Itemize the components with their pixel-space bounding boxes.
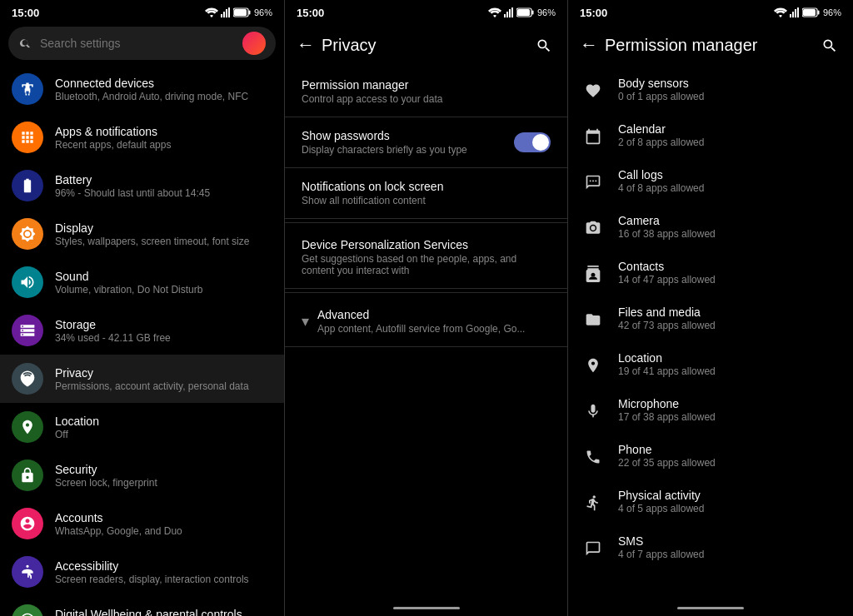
wellbeing-title: Digital Wellbeing & parental controls	[55, 608, 272, 617]
settings-item-privacy[interactable]: Privacy Permissions, account activity, p…	[0, 355, 284, 403]
perm-item-microphone[interactable]: Microphone 17 of 38 apps allowed	[568, 387, 853, 433]
calendar-subtitle: 2 of 8 apps allowed	[618, 137, 840, 148]
perm-item-physical-activity[interactable]: Physical activity 4 of 5 apps allowed	[568, 479, 853, 524]
call-logs-icon	[581, 171, 605, 191]
battery-subtitle: 96% - Should last until about 14:45	[55, 187, 272, 199]
search-button-perm[interactable]	[818, 32, 841, 58]
search-bar[interactable]	[8, 27, 276, 60]
perm-item-files[interactable]: Files and media 42 of 73 apps allowed	[568, 296, 853, 341]
back-button-privacy[interactable]: ←	[297, 34, 315, 56]
phone-title: Phone	[618, 443, 840, 456]
home-indicator-middle	[285, 599, 567, 616]
calendar-title: Calendar	[618, 122, 840, 136]
privacy-subtitle: Permissions, account activity, personal …	[55, 380, 272, 392]
display-icon	[12, 218, 43, 250]
settings-item-sound[interactable]: Sound Volume, vibration, Do Not Disturb	[0, 258, 284, 306]
personalization-subtitle: Get suggestions based on the people, app…	[302, 253, 551, 276]
svg-rect-10	[511, 7, 513, 17]
lock-screen-notifs-subtitle: Show all notification content	[302, 195, 551, 206]
settings-text-battery: Battery 96% - Should last until about 14…	[55, 173, 272, 199]
security-icon	[12, 460, 43, 491]
storage-title: Storage	[55, 318, 272, 331]
privacy-item-advanced[interactable]: ▾ Advanced App content, Autofill service…	[285, 296, 567, 347]
personalization-text: Device Personalization Services Get sugg…	[302, 238, 551, 276]
storage-icon	[12, 315, 43, 346]
privacy-title-header: Privacy	[322, 36, 532, 55]
microphone-subtitle: 17 of 38 apps allowed	[618, 411, 840, 423]
physical-activity-icon	[581, 492, 605, 511]
svg-rect-8	[506, 12, 508, 17]
privacy-panel: 15:00 96% ← Privacy Permission manager C…	[285, 0, 568, 616]
settings-text-location: Location Off	[55, 415, 272, 440]
privacy-item-lock-screen-notifs[interactable]: Notifications on lock screen Show all no…	[285, 168, 567, 219]
security-title: Security	[55, 463, 272, 476]
home-bar-middle	[393, 607, 460, 609]
svg-rect-19	[817, 11, 819, 15]
battery-percent-mid: 96%	[537, 7, 556, 17]
show-passwords-text: Show passwords Display characters briefl…	[302, 129, 506, 156]
perm-item-calendar[interactable]: Calendar 2 of 8 apps allowed	[568, 112, 853, 158]
signal-icon-right	[790, 7, 800, 17]
body-sensors-subtitle: 0 of 1 apps allowed	[618, 91, 840, 102]
search-icon	[18, 37, 32, 50]
perm-item-contacts[interactable]: Contacts 14 of 47 apps allowed	[568, 250, 853, 296]
svg-rect-6	[234, 9, 247, 16]
back-button-perm[interactable]: ←	[580, 34, 598, 56]
phone-subtitle: 22 of 35 apps allowed	[618, 457, 840, 469]
svg-rect-3	[228, 7, 230, 17]
privacy-item-permission-manager[interactable]: Permission manager Control app access to…	[285, 67, 567, 117]
settings-item-battery[interactable]: Battery 96% - Should last until about 14…	[0, 161, 284, 210]
permission-manager-panel: 15:00 96% ← Permission manager Body sens…	[568, 0, 853, 616]
settings-item-security[interactable]: Security Screen lock, fingerprint	[0, 451, 284, 499]
sms-text: SMS 4 of 7 apps allowed	[618, 534, 840, 560]
perm-item-call-logs[interactable]: Call logs 4 of 8 apps allowed	[568, 158, 853, 204]
sms-icon	[581, 538, 605, 557]
privacy-item-show-passwords[interactable]: Show passwords Display characters briefl…	[285, 117, 567, 168]
show-passwords-subtitle: Display characters briefly as you type	[302, 144, 506, 156]
phone-icon	[581, 446, 605, 465]
sms-title: SMS	[618, 534, 840, 548]
settings-item-accounts[interactable]: Accounts WhatsApp, Google, and Duo	[0, 499, 284, 548]
location-subtitle: Off	[55, 429, 272, 440]
calendar-icon	[581, 126, 605, 145]
privacy-item-personalization[interactable]: Device Personalization Services Get sugg…	[285, 226, 567, 289]
show-passwords-toggle[interactable]	[514, 132, 551, 152]
perm-item-body-sensors[interactable]: Body sensors 0 of 1 apps allowed	[568, 67, 853, 112]
settings-item-display[interactable]: Display Styles, wallpapers, screen timeo…	[0, 210, 284, 258]
avatar[interactable]	[242, 32, 266, 55]
settings-item-apps[interactable]: Apps & notifications Recent apps, defaul…	[0, 113, 284, 161]
expand-icon: ▾	[302, 312, 309, 330]
settings-text-wellbeing: Digital Wellbeing & parental controls Sc…	[55, 608, 272, 617]
privacy-header: ← Privacy	[285, 23, 567, 67]
location-perm-icon	[581, 355, 605, 374]
battery-icon-item	[12, 170, 43, 201]
settings-item-wellbeing[interactable]: Digital Wellbeing & parental controls Sc…	[0, 596, 284, 616]
perm-item-sms[interactable]: SMS 4 of 7 apps allowed	[568, 524, 853, 570]
search-input[interactable]	[40, 37, 234, 50]
perm-item-phone[interactable]: Phone 22 of 35 apps allowed	[568, 433, 853, 479]
physical-activity-subtitle: 4 of 5 apps allowed	[618, 503, 840, 514]
settings-item-location[interactable]: Location Off	[0, 403, 284, 451]
home-indicator-right	[568, 599, 853, 616]
microphone-text: Microphone 17 of 38 apps allowed	[618, 397, 840, 423]
signal-icon-mid	[504, 7, 514, 17]
svg-rect-15	[792, 12, 794, 17]
call-logs-subtitle: 4 of 8 apps allowed	[618, 182, 840, 194]
lock-screen-notifs-title: Notifications on lock screen	[302, 180, 551, 193]
settings-text-sound: Sound Volume, vibration, Do Not Disturb	[55, 270, 272, 296]
contacts-text: Contacts 14 of 47 apps allowed	[618, 260, 840, 286]
wifi-icon-mid	[488, 7, 501, 17]
body-sensors-icon	[581, 80, 605, 99]
settings-item-accessibility[interactable]: Accessibility Screen readers, display, i…	[0, 548, 284, 596]
settings-item-storage[interactable]: Storage 34% used - 42.11 GB free	[0, 306, 284, 355]
search-button-privacy[interactable]	[532, 32, 556, 58]
battery-title: Battery	[55, 173, 272, 186]
camera-subtitle: 16 of 38 apps allowed	[618, 228, 840, 240]
accessibility-subtitle: Screen readers, display, interaction con…	[55, 574, 272, 585]
perm-item-camera[interactable]: Camera 16 of 38 apps allowed	[568, 204, 853, 250]
perm-item-location[interactable]: Location 19 of 41 apps allowed	[568, 341, 853, 387]
status-time-right: 15:00	[580, 7, 607, 19]
connected-icon	[12, 73, 43, 105]
settings-item-connected[interactable]: Connected devices Bluetooth, Android Aut…	[0, 65, 284, 113]
storage-subtitle: 34% used - 42.11 GB free	[55, 332, 272, 344]
